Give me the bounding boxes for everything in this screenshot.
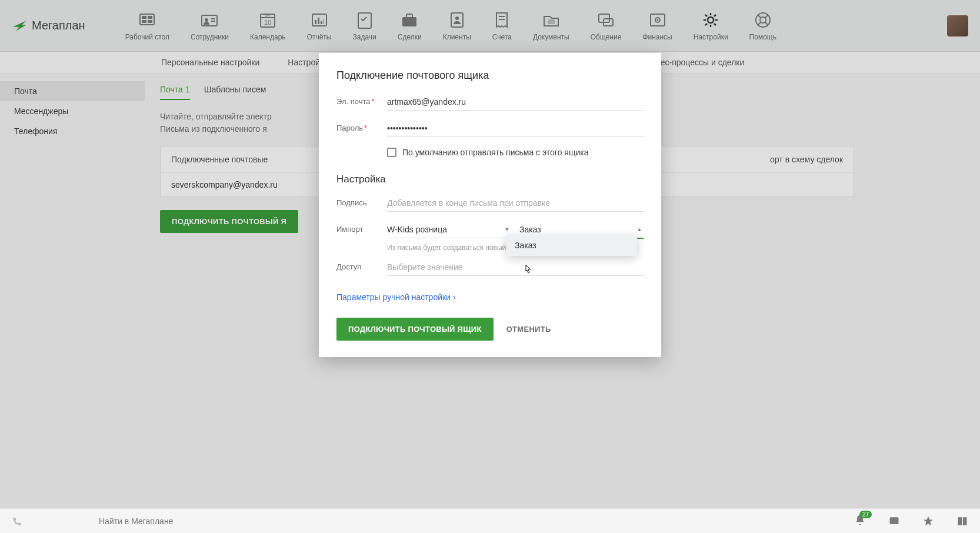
book-icon[interactable]: [956, 515, 968, 527]
signature-field[interactable]: [387, 196, 644, 212]
email-label: Эл. почта*: [336, 95, 387, 106]
star-icon[interactable]: [922, 515, 934, 527]
phone-icon[interactable]: [12, 516, 22, 527]
global-search[interactable]: [99, 516, 687, 527]
cancel-button[interactable]: ОТМЕНИТЬ: [506, 325, 551, 334]
notification-count: 27: [859, 511, 872, 518]
dropdown-option-zakaz[interactable]: Заказ: [506, 235, 637, 256]
modal-title: Подключение почтового ящика: [336, 69, 644, 82]
submit-button[interactable]: ПОДКЛЮЧИТЬ ПОЧТОВЫЙ ЯЩИК: [336, 318, 494, 341]
password-field[interactable]: [387, 121, 644, 137]
status-dropdown: Заказ: [506, 235, 637, 256]
modal-scrim: Подключение почтового ящика Эл. почта* П…: [0, 0, 980, 533]
access-field[interactable]: [387, 260, 644, 276]
connect-mailbox-modal: Подключение почтового ящика Эл. почта* П…: [319, 53, 661, 357]
import-label: Импорт: [336, 222, 387, 234]
manual-settings-link[interactable]: Параметры ручной настройки ›: [336, 292, 456, 302]
password-label: Пароль*: [336, 121, 387, 132]
search-input[interactable]: [99, 517, 687, 526]
access-label: Доступ: [336, 260, 387, 271]
signature-label: Подпись: [336, 196, 387, 207]
notifications-button[interactable]: 27: [854, 514, 866, 528]
settings-header: Настройка: [336, 174, 644, 185]
chat-icon[interactable]: [888, 515, 900, 527]
default-sender-checkbox[interactable]: [387, 148, 396, 157]
default-sender-label: По умолчанию отправлять письма с этого я…: [402, 148, 588, 157]
chevron-right-icon: ›: [453, 292, 456, 302]
svg-rect-33: [890, 517, 899, 524]
import-scheme-select[interactable]: [387, 222, 511, 238]
bottom-bar: 27: [0, 508, 980, 533]
email-field[interactable]: [387, 95, 644, 111]
